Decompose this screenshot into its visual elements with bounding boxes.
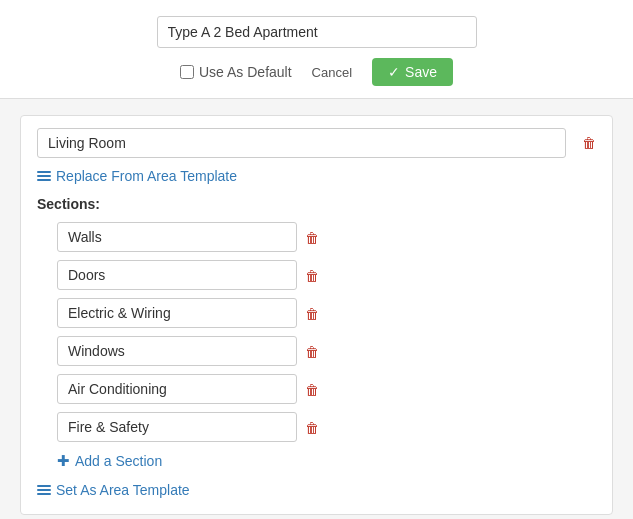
delete-section-button-electric[interactable]: 🗑 bbox=[305, 305, 319, 322]
check-icon: ✓ bbox=[388, 64, 400, 80]
save-label: Save bbox=[405, 64, 437, 80]
cancel-button[interactable]: Cancel bbox=[304, 61, 360, 84]
section-input-electric[interactable] bbox=[57, 298, 297, 328]
section-input-doors[interactable] bbox=[57, 260, 297, 290]
section-input-fire-safety[interactable] bbox=[57, 412, 297, 442]
delete-section-button-air-conditioning[interactable]: 🗑 bbox=[305, 381, 319, 398]
delete-section-button-windows[interactable]: 🗑 bbox=[305, 343, 319, 360]
area-header-row: 🗑 bbox=[37, 128, 596, 158]
main-content: 🗑 Replace From Area Template Sections: 🗑 bbox=[0, 99, 633, 519]
area-card: 🗑 Replace From Area Template Sections: 🗑 bbox=[20, 115, 613, 515]
sections-list: 🗑 🗑 🗑 🗑 bbox=[37, 222, 596, 442]
sections-label: Sections: bbox=[37, 196, 596, 212]
trash-icon: 🗑 bbox=[305, 382, 319, 398]
save-button[interactable]: ✓ Save bbox=[372, 58, 453, 86]
section-row: 🗑 bbox=[57, 336, 596, 366]
section-input-windows[interactable] bbox=[57, 336, 297, 366]
set-as-area-template-link[interactable]: Set As Area Template bbox=[37, 482, 596, 498]
section-row: 🗑 bbox=[57, 412, 596, 442]
action-row: Use As Default Cancel ✓ Save bbox=[180, 58, 453, 86]
use-as-default-label[interactable]: Use As Default bbox=[180, 64, 292, 80]
template-title-input[interactable] bbox=[157, 16, 477, 48]
delete-section-button-walls[interactable]: 🗑 bbox=[305, 229, 319, 246]
delete-section-button-doors[interactable]: 🗑 bbox=[305, 267, 319, 284]
set-template-label: Set As Area Template bbox=[56, 482, 190, 498]
replace-from-template-label: Replace From Area Template bbox=[56, 168, 237, 184]
trash-icon: 🗑 bbox=[305, 420, 319, 436]
replace-from-template-link[interactable]: Replace From Area Template bbox=[37, 168, 596, 184]
use-as-default-text: Use As Default bbox=[199, 64, 292, 80]
plus-circle-icon: ✚ bbox=[57, 452, 70, 470]
add-section-row: ✚ Add a Section bbox=[37, 452, 596, 470]
use-as-default-checkbox[interactable] bbox=[180, 65, 194, 79]
trash-icon: 🗑 bbox=[305, 268, 319, 284]
trash-icon: 🗑 bbox=[305, 230, 319, 246]
trash-icon: 🗑 bbox=[305, 344, 319, 360]
section-input-air-conditioning[interactable] bbox=[57, 374, 297, 404]
set-template-icon bbox=[37, 485, 51, 495]
area-name-input[interactable] bbox=[37, 128, 566, 158]
set-template-row: Set As Area Template bbox=[37, 482, 596, 498]
trash-icon: 🗑 bbox=[305, 306, 319, 322]
add-section-label: Add a Section bbox=[75, 453, 162, 469]
section-row: 🗑 bbox=[57, 374, 596, 404]
delete-area-button[interactable]: 🗑 bbox=[582, 134, 596, 152]
section-input-walls[interactable] bbox=[57, 222, 297, 252]
section-row: 🗑 bbox=[57, 298, 596, 328]
trash-icon: 🗑 bbox=[582, 135, 596, 151]
top-bar: Use As Default Cancel ✓ Save bbox=[0, 0, 633, 99]
section-row: 🗑 bbox=[57, 222, 596, 252]
delete-section-button-fire-safety[interactable]: 🗑 bbox=[305, 419, 319, 436]
template-icon bbox=[37, 171, 51, 181]
add-section-link[interactable]: ✚ Add a Section bbox=[57, 452, 596, 470]
section-row: 🗑 bbox=[57, 260, 596, 290]
